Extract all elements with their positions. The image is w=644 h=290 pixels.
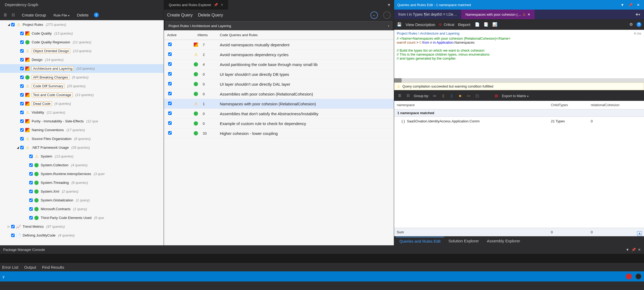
tab-solution-explorer[interactable]: Solution Explorer: [445, 237, 482, 245]
col-rules[interactable]: Code Queries and Rules: [220, 33, 394, 37]
tab-queries-edit[interactable]: Queries and Rules Edit: [396, 237, 444, 245]
query-row[interactable]: 0 Assemblies with poor cohesion (Relatio…: [164, 89, 394, 99]
view-icon-2[interactable]: ☷: [405, 93, 411, 98]
query-row[interactable]: 33 Higher cohesion - lower coupling: [164, 129, 394, 138]
critical-toggle[interactable]: ⚙Critical: [439, 23, 454, 27]
save-icon[interactable]: 💾: [397, 22, 402, 27]
tree-checkbox[interactable]: [20, 32, 24, 35]
group-icon-1[interactable]: ▭: [432, 93, 437, 98]
tree-checkbox[interactable]: [29, 155, 33, 158]
query-row[interactable]: ⚠2 Avoid namespaces dependency cycles: [164, 50, 394, 60]
package-manager-body[interactable]: [0, 254, 644, 263]
tree-checkbox[interactable]: [20, 146, 24, 149]
package-manager-header[interactable]: Package Manager Console ▼ 📌 ✕: [0, 245, 644, 254]
report-icon-3[interactable]: 📊: [492, 22, 497, 27]
active-checkbox[interactable]: [168, 121, 172, 125]
col-cohesion[interactable]: relationalCohesion: [591, 103, 644, 107]
rules-tree[interactable]: ◢ ⚠ Project Rules (273 queries) Code Qua…: [0, 20, 164, 245]
tree-checkbox[interactable]: [20, 119, 24, 123]
code-editor[interactable]: Project Rules \ Architecture and Layerin…: [394, 30, 644, 78]
view-icon-1[interactable]: ☰: [397, 93, 403, 98]
delete-query-button[interactable]: Delete Query: [198, 13, 223, 18]
close-icon[interactable]: ✕: [527, 13, 530, 16]
create-query-button[interactable]: Create Query: [167, 13, 193, 18]
tree-item[interactable]: System.Threading (6 queries): [0, 178, 164, 187]
close-icon[interactable]: ✕: [636, 3, 641, 7]
tree-item[interactable]: Code Quality Regression (11 queries): [0, 38, 164, 47]
group-icon-6[interactable]: ▢: [474, 93, 480, 98]
tree-item[interactable]: Dead Code (4 queries): [0, 99, 164, 108]
tree-checkbox[interactable]: [29, 172, 33, 176]
help-icon[interactable]: ?: [637, 22, 641, 27]
tree-item[interactable]: ⚠ Visibility (11 queries): [0, 108, 164, 117]
export-matrix-button[interactable]: Export to Matrix ▾: [502, 93, 529, 98]
dropdown-icon[interactable]: ▼: [620, 3, 625, 7]
query-row[interactable]: 0 UI layer shouldn't use directly DAL la…: [164, 79, 394, 89]
group-icon-3[interactable]: ▯: [449, 93, 455, 98]
active-checkbox[interactable]: [168, 52, 172, 56]
tree-trend[interactable]: ▷ 📈 Trend Metrics (47 queries): [0, 222, 164, 231]
tree-item[interactable]: ⚠ Code Diff Summary (25 queries): [0, 82, 164, 90]
tree-item[interactable]: Architecture and Layering (10 queries): [0, 64, 164, 73]
breadcrumb[interactable]: Project Rules \ Architecture and Layerin…: [166, 21, 392, 30]
tree-item[interactable]: System.Runtime.InteropServices (3 quer: [0, 169, 164, 178]
col-items[interactable]: #Items: [185, 33, 220, 37]
tree-checkbox[interactable]: [29, 181, 33, 184]
close-icon[interactable]: ✕: [638, 248, 641, 252]
col-childtypes[interactable]: ChildTypes: [551, 103, 591, 107]
tab-error-list[interactable]: Error List: [2, 265, 18, 270]
tree-item[interactable]: System.Collection (4 queries): [0, 161, 164, 169]
query-tab-2[interactable]: Namespaces with poor cohesion (… ⚠ ✕: [461, 10, 535, 19]
tree-checkbox[interactable]: [11, 23, 15, 26]
tree-checkbox[interactable]: [29, 163, 33, 167]
tree-checkbox[interactable]: [29, 198, 33, 202]
tree-checkbox[interactable]: [29, 207, 33, 211]
tree-checkbox[interactable]: [20, 49, 24, 53]
create-group-button[interactable]: Create Group: [20, 12, 48, 18]
query-tab-1[interactable]: from t in Types ¶let depth0 = t.De…: [394, 10, 461, 19]
group-icon-4[interactable]: ◆: [457, 93, 463, 98]
tree-checkbox[interactable]: [29, 216, 33, 219]
rule-file-button[interactable]: Rule File ▾: [51, 12, 72, 18]
tree-checkbox[interactable]: [20, 40, 24, 44]
result-group-header[interactable]: 1 namespace matched: [394, 109, 644, 117]
active-checkbox[interactable]: [168, 62, 172, 66]
active-checkbox[interactable]: [168, 43, 172, 46]
tree-checkbox[interactable]: [11, 234, 15, 237]
twisty-icon[interactable]: ◢: [6, 23, 11, 26]
tree-checkbox[interactable]: [20, 111, 24, 114]
tree-fx-root[interactable]: ◢ ⚠ .NET Framework Usage (35 queries): [0, 143, 164, 152]
tree-item[interactable]: Naming Conventions (17 queries): [0, 126, 164, 134]
tree-item[interactable]: Purity - Immutability - Side-Effects (12…: [0, 117, 164, 126]
active-checkbox[interactable]: [168, 111, 172, 115]
tree-checkbox[interactable]: [20, 58, 24, 61]
scroll-top-icon[interactable]: ⮝: [637, 231, 642, 236]
view-description-button[interactable]: View Description: [406, 22, 435, 27]
tree-checkbox[interactable]: [11, 225, 15, 228]
info-icon[interactable]: i: [94, 13, 99, 17]
active-checkbox[interactable]: [168, 92, 172, 95]
tab-queries-explorer[interactable]: Queries and Rules Explorer 📌 ✕: [164, 0, 228, 10]
twisty-icon[interactable]: ▷: [6, 225, 11, 228]
tree-item[interactable]: API Breaking Changes (9 queries): [0, 73, 164, 82]
col-active[interactable]: Active: [164, 33, 185, 37]
expand-all-icon[interactable]: ☰: [2, 12, 9, 18]
tree-checkbox[interactable]: [20, 93, 24, 97]
tree-item[interactable]: System.Xml (2 queries): [0, 187, 164, 196]
active-checkbox[interactable]: [168, 102, 172, 105]
query-row[interactable]: 7 Avoid namespaces mutually dependent: [164, 40, 394, 50]
code-breadcrumb[interactable]: Project Rules \ Architecture and Layerin…: [397, 31, 460, 35]
tree-root[interactable]: ◢ ⚠ Project Rules (273 queries): [0, 20, 164, 29]
gear-icon[interactable]: ⚙: [629, 22, 633, 27]
col-namespace[interactable]: namespace: [394, 103, 551, 107]
pin-icon[interactable]: 📌: [214, 3, 218, 7]
report-icon-2[interactable]: 📑: [484, 22, 489, 27]
tree-checkbox[interactable]: [20, 76, 24, 79]
active-checkbox[interactable]: [168, 72, 172, 76]
tree-checkbox[interactable]: [20, 102, 24, 105]
tree-checkbox[interactable]: [20, 84, 24, 88]
pin-icon[interactable]: 📌: [631, 248, 636, 252]
active-checkbox[interactable]: [168, 131, 172, 135]
tree-item[interactable]: Third-Party Code Elements Used (5 que: [0, 213, 164, 222]
tree-checkbox[interactable]: [20, 128, 24, 132]
